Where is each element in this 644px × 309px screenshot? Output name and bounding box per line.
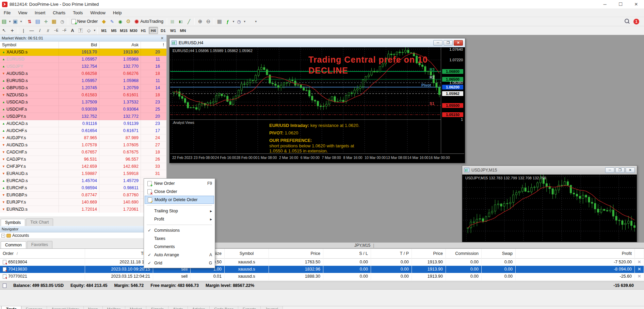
timeframe-m15[interactable]: M15 (119, 27, 128, 34)
metaquotes-icon[interactable] (100, 18, 108, 25)
search-icon[interactable] (624, 18, 631, 25)
chart-minimize-button[interactable]: ─ (605, 167, 614, 173)
metaeditor-icon[interactable] (108, 18, 116, 25)
data-window-icon[interactable] (34, 18, 42, 25)
strategy-tester-icon[interactable] (59, 18, 66, 25)
timeframe-m5[interactable]: M5 (109, 27, 118, 34)
terminal-tab-journal[interactable]: Journal (261, 306, 283, 309)
symbol-row-euraud-s[interactable]: ▼EURAUD.s1.598871.5991831 (0, 170, 166, 177)
terminal-tab-code-base[interactable]: Code Base (210, 306, 238, 309)
close-order-icon[interactable]: ✕ (635, 259, 644, 266)
menu-help[interactable]: Help (109, 9, 126, 17)
column-header-bid[interactable]: Bid (59, 42, 99, 49)
bar-chart-icon[interactable] (169, 18, 176, 25)
orders-column-s-l[interactable]: S / L (323, 249, 371, 259)
menu-charts[interactable]: Charts (49, 9, 69, 17)
context-item-trailing-stop[interactable]: Trailing Stop▸ (145, 207, 214, 215)
terminal-tab-signals[interactable]: Signals (146, 306, 168, 309)
symbol-row-xauusd-s[interactable]: ▲XAUUSD.s1913.701913.9020 (0, 49, 166, 56)
orders-column-order[interactable]: Order / (0, 249, 85, 259)
fibonacci-tool-icon[interactable] (61, 27, 68, 34)
orders-column-profit[interactable]: Profit (516, 249, 635, 259)
symbol-row-gbpusd-s[interactable]: ▲GBPUSD.s1.207451.2075914 (0, 84, 166, 92)
menu-view[interactable]: View (14, 9, 31, 17)
symbol-row-eurcad-s[interactable]: ▲EURCAD.s1.457041.4572925 (0, 177, 166, 184)
timeframe-w1[interactable]: W1 (168, 27, 178, 34)
orders-column-symbol[interactable]: Symbol (225, 249, 269, 259)
text-tool-icon[interactable] (69, 27, 76, 34)
expert-advisors-icon[interactable] (125, 18, 132, 25)
profiles-dropdown-icon[interactable]: ▼ (20, 20, 22, 23)
chart-eurusd-canvas[interactable]: EURUSD,H4 1.05896 1.05989 1.05862 1.0596… (170, 47, 464, 162)
symbol-row-eurgbp-s[interactable]: ▼EURGBP.s0.877470.8776013 (0, 192, 166, 199)
trendline-tool-icon[interactable] (36, 27, 44, 34)
symbol-row-usdjpy[interactable]: ▲USDJPY132.754132.77016 (0, 63, 166, 70)
column-header-[interactable]: ! (141, 42, 166, 49)
orders-column-price[interactable]: Price (269, 249, 323, 259)
order-row-70770021[interactable]: 707700212023.03.15 12:04:21sell0.01xauus… (0, 273, 644, 280)
terminal-tab-exposure[interactable]: Exposure (21, 306, 47, 309)
context-item-profit[interactable]: Profit▸ (145, 215, 214, 223)
symbol-row-eurchf-s[interactable]: ▲EURCHF.s0.985940.9861117 (0, 184, 166, 192)
order-row-65019804[interactable]: 650198042022.11.18 10:3sell0.50xauusd.s1… (0, 259, 644, 266)
symbol-row-eurusd[interactable]: ▲EURUSD1.059571.0596811 (0, 56, 166, 63)
symbol-row-eurusd-s[interactable]: ▲EURUSD.s1.059571.0596811 (0, 77, 166, 84)
context-item-taxes[interactable]: Taxes (145, 234, 214, 243)
context-item-comments[interactable]: Comments (145, 243, 214, 251)
alerts-icon[interactable] (116, 18, 124, 25)
timeframe-m30[interactable]: M30 (129, 27, 138, 34)
symbol-row-chfjpy-s[interactable]: ▼CHFJPY.s142.659142.69233 (0, 163, 166, 170)
tile-windows-icon[interactable] (216, 18, 223, 25)
horizontal-line-tool-icon[interactable] (28, 27, 35, 34)
column-header-symbol[interactable]: Symbol (0, 42, 59, 49)
symbol-row-audchf-s[interactable]: ▲AUDCHF.s0.616540.6167117 (0, 127, 166, 134)
symbol-row-audusd-s[interactable]: ▼AUDUSD.s0.662580.6627618 (0, 70, 166, 77)
terminal-tab-news[interactable]: News (84, 306, 103, 309)
chart-usdjpy-canvas[interactable]: USDJPY,M15 132.783 132.799 132.708 132.7… (463, 175, 636, 241)
zoom-out-icon[interactable] (205, 18, 212, 25)
timeframe-m1[interactable]: M1 (99, 27, 109, 34)
profiles-icon[interactable] (12, 18, 19, 25)
context-item-auto-arrange[interactable]: ✓Auto ArrangeA (145, 251, 214, 259)
market-watch-toggle-icon[interactable] (26, 18, 33, 25)
indicators-dropdown-icon[interactable]: ▼ (232, 20, 235, 23)
terminal-tab-market[interactable]: Market (125, 306, 146, 309)
chart-usdjpy-titlebar[interactable]: USDJPY,M15 ─ ❐ ✕ (462, 166, 637, 175)
context-item-close-order[interactable]: Close Order (145, 188, 214, 196)
channel-tool-icon[interactable] (44, 27, 52, 34)
column-header-ask[interactable]: Ask (99, 42, 141, 49)
templates-icon[interactable] (246, 18, 254, 25)
minimize-button[interactable]: ─ (597, 0, 613, 9)
symbol-row-usdcad-s[interactable]: ▲USDCAD.s1.375091.3753223 (0, 99, 166, 106)
symbol-row-usdjpy-s[interactable]: ▲USDJPY.s132.752132.77220 (0, 113, 166, 120)
chart-restore-button[interactable]: ❐ (615, 167, 625, 173)
tab-common[interactable]: Common (1, 241, 26, 249)
close-order-icon[interactable]: ✕ (635, 273, 644, 280)
new-chart-dropdown-icon[interactable]: ▼ (9, 20, 11, 23)
symbol-row-audjpy-s[interactable]: ▼AUDJPY.s87.96587.98924 (0, 134, 166, 142)
symbol-row-cadchf-s[interactable]: ▼CADCHF.s0.676570.6767518 (0, 149, 166, 156)
symbol-row-eurjpy-s[interactable]: ▼EURJPY.s140.669140.69021 (0, 199, 166, 206)
order-row-70419830[interactable]: 704198302023.03.10 09:20:15sell1.00xauus… (0, 266, 644, 273)
symbol-row-usdchf-s[interactable]: ▲USDCHF.s0.930390.9306425 (0, 106, 166, 113)
navigator-toggle-icon[interactable] (42, 18, 50, 25)
menu-insert[interactable]: Insert (31, 9, 49, 17)
subwindow-divider[interactable] (170, 119, 441, 120)
templates-dropdown-icon[interactable]: ▼ (255, 20, 257, 23)
chart-minimize-button[interactable]: ─ (433, 40, 442, 46)
autotrading-button[interactable]: AutoTrading (132, 18, 165, 26)
orders-column-t-p[interactable]: T / P (371, 249, 412, 259)
tab-tick-chart[interactable]: Tick Chart (26, 218, 53, 226)
terminal-tab-experts[interactable]: Experts (238, 306, 261, 309)
shapes-dropdown-icon[interactable]: ▼ (93, 29, 96, 32)
context-item-new-order[interactable]: New OrderF9 (145, 179, 214, 188)
navigator-accounts-item[interactable]: − Accounts (0, 232, 166, 239)
chart-tab-usdjpy[interactable]: JPY,M15 (354, 243, 370, 248)
crosshair-tool-icon[interactable] (9, 27, 16, 34)
chart-close-button[interactable]: ✕ (454, 40, 463, 46)
orders-column-time[interactable]: Time (85, 249, 153, 259)
orders-column-commission[interactable]: Commission (446, 249, 482, 259)
maximize-button[interactable]: ☐ (613, 0, 628, 9)
zoom-in-icon[interactable] (196, 18, 204, 25)
periods-icon[interactable] (235, 18, 243, 25)
